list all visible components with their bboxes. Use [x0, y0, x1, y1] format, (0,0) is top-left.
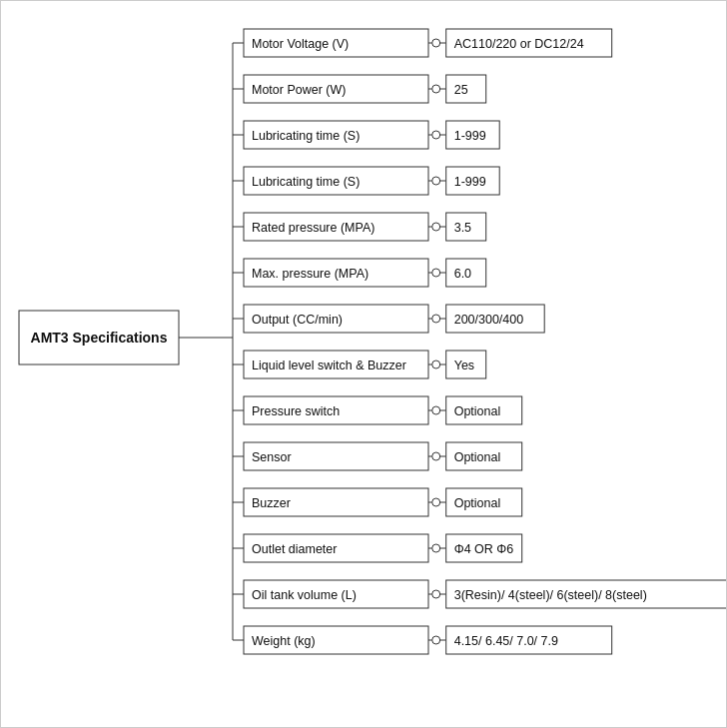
svg-text:4.15/ 6.45/ 7.0/ 7.9: 4.15/ 6.45/ 7.0/ 7.9	[454, 634, 558, 648]
svg-point-24	[432, 131, 440, 139]
svg-point-104	[432, 590, 440, 598]
svg-text:Outlet diameter: Outlet diameter	[252, 542, 337, 556]
svg-text:1-999: 1-999	[454, 175, 486, 189]
svg-text:Motor Power (W): Motor Power (W)	[252, 83, 346, 97]
svg-point-40	[432, 223, 440, 231]
svg-text:Oil tank volume (L): Oil tank volume (L)	[252, 588, 357, 602]
svg-text:3(Resin)/ 4(steel)/ 6(steel)/ : 3(Resin)/ 4(steel)/ 6(steel)/ 8(steel)	[454, 588, 647, 602]
svg-text:25: 25	[454, 83, 468, 97]
svg-text:Lubricating time (S): Lubricating time (S)	[252, 175, 360, 189]
diagram-inner: AMT3 SpecificationsMotor Voltage (V)AC11…	[1, 1, 726, 727]
svg-text:200/300/400: 200/300/400	[454, 313, 524, 327]
svg-point-64	[432, 361, 440, 368]
svg-text:AC110/220 or DC12/24: AC110/220 or DC12/24	[454, 37, 584, 51]
svg-text:Sensor: Sensor	[252, 450, 292, 464]
svg-text:6.0: 6.0	[454, 267, 471, 281]
svg-point-56	[432, 315, 440, 323]
svg-text:AMT3 Specifications: AMT3 Specifications	[31, 330, 168, 346]
svg-point-88	[432, 498, 440, 506]
svg-text:Yes: Yes	[454, 359, 474, 372]
svg-point-8	[432, 39, 440, 47]
svg-text:Lubricating time (S): Lubricating time (S)	[252, 129, 360, 143]
svg-point-72	[432, 406, 440, 414]
svg-text:Optional: Optional	[454, 496, 501, 510]
svg-text:1-999: 1-999	[454, 129, 486, 143]
svg-text:Weight (kg): Weight (kg)	[252, 634, 316, 648]
svg-text:Pressure switch: Pressure switch	[252, 404, 340, 418]
svg-point-112	[432, 636, 440, 644]
svg-point-80	[432, 452, 440, 460]
svg-text:Motor Voltage (V): Motor Voltage (V)	[252, 37, 349, 51]
svg-text:Liquid level switch & Buzzer: Liquid level switch & Buzzer	[252, 359, 406, 372]
svg-point-96	[432, 544, 440, 552]
svg-text:Buzzer: Buzzer	[252, 496, 291, 510]
svg-point-32	[432, 177, 440, 185]
svg-text:3.5: 3.5	[454, 221, 471, 235]
svg-point-16	[432, 85, 440, 93]
svg-text:Max. pressure (MPA): Max. pressure (MPA)	[252, 267, 368, 281]
svg-text:Optional: Optional	[454, 450, 501, 464]
svg-text:Φ4 OR Φ6: Φ4 OR Φ6	[454, 542, 514, 556]
svg-point-48	[432, 269, 440, 277]
spec-diagram: AMT3 SpecificationsMotor Voltage (V)AC11…	[1, 1, 726, 727]
svg-text:Rated pressure (MPA): Rated pressure (MPA)	[252, 221, 374, 235]
diagram-container: AMT3 SpecificationsMotor Voltage (V)AC11…	[0, 0, 727, 728]
svg-text:Optional: Optional	[454, 404, 501, 418]
svg-text:Output (CC/min): Output (CC/min)	[252, 313, 343, 327]
